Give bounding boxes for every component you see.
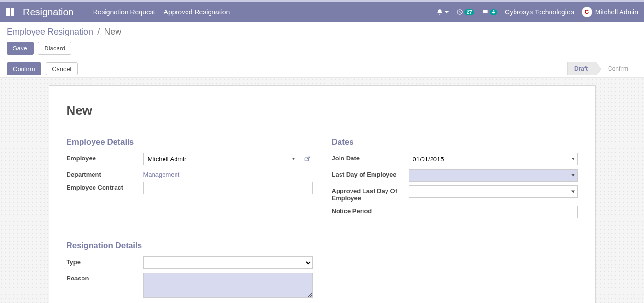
join-date-field[interactable] xyxy=(409,153,578,165)
form-sheet: New Employee Details Employee xyxy=(49,85,596,303)
messages-badge: 4 xyxy=(490,9,497,15)
user-menu[interactable]: C Mitchell Admin xyxy=(582,7,638,17)
type-select[interactable] xyxy=(143,256,313,269)
bell-icon[interactable] xyxy=(436,9,449,15)
control-panel: Employee Resignation / New Save Discard xyxy=(0,22,644,60)
cancel-button[interactable]: Cancel xyxy=(46,62,77,75)
nav-menu: Resignation Request Approved Resignation xyxy=(93,8,437,16)
apps-icon[interactable] xyxy=(6,8,14,16)
avatar: C xyxy=(582,7,592,17)
department-value[interactable]: Management xyxy=(143,169,180,178)
status-confirm[interactable]: Confirm xyxy=(597,62,637,75)
activity-badge: 27 xyxy=(464,9,474,15)
external-link-icon[interactable] xyxy=(302,154,313,164)
breadcrumb-current: New xyxy=(104,27,121,36)
label-last-day: Last Day of Employee xyxy=(332,169,409,178)
label-reason: Reason xyxy=(67,273,143,282)
status-bar: Draft Confirm xyxy=(567,62,637,75)
save-button[interactable]: Save xyxy=(7,42,34,55)
employee-input[interactable] xyxy=(143,153,298,165)
breadcrumb: Employee Resignation / New xyxy=(7,27,637,37)
last-day-input[interactable] xyxy=(409,169,578,182)
nav-menu-resignation-request[interactable]: Resignation Request xyxy=(93,8,155,16)
label-type: Type xyxy=(67,256,143,266)
sheet-background: New Employee Details Employee xyxy=(0,78,644,303)
last-day-field[interactable] xyxy=(409,169,578,182)
join-date-input[interactable] xyxy=(409,153,578,165)
action-bar: Confirm Cancel Draft Confirm xyxy=(0,60,644,78)
label-department: Department xyxy=(67,169,143,178)
label-employee: Employee xyxy=(67,153,143,162)
navbar: Resignation Resignation Request Approved… xyxy=(0,2,644,22)
section-resignation-details: Resignation Details xyxy=(67,241,313,251)
app-brand[interactable]: Resignation xyxy=(23,7,74,18)
label-notice-period: Notice Period xyxy=(332,206,409,215)
section-employee-details: Employee Details xyxy=(67,137,313,147)
label-contract: Employee Contract xyxy=(67,182,143,191)
employee-field[interactable] xyxy=(143,153,298,165)
company-name[interactable]: Cybrosys Technologies xyxy=(505,8,574,16)
activity-icon[interactable]: 27 xyxy=(457,9,474,15)
reason-textarea[interactable] xyxy=(143,273,313,298)
approved-last-day-field[interactable] xyxy=(409,185,578,198)
label-join-date: Join Date xyxy=(332,153,409,162)
breadcrumb-root[interactable]: Employee Resignation xyxy=(7,27,93,36)
discard-button[interactable]: Discard xyxy=(38,42,71,55)
confirm-button[interactable]: Confirm xyxy=(7,62,41,75)
notice-period-input[interactable] xyxy=(409,206,578,218)
label-approved-last-day: Approved Last Day Of Employee xyxy=(332,185,409,202)
section-dates: Dates xyxy=(332,137,578,147)
contract-input[interactable] xyxy=(143,182,313,194)
messages-icon[interactable]: 4 xyxy=(482,9,497,15)
user-name: Mitchell Admin xyxy=(595,8,638,16)
approved-last-day-input[interactable] xyxy=(409,185,578,198)
status-draft[interactable]: Draft xyxy=(567,62,597,75)
sheet-title: New xyxy=(67,103,578,118)
nav-menu-approved-resignation[interactable]: Approved Resignation xyxy=(164,8,230,16)
